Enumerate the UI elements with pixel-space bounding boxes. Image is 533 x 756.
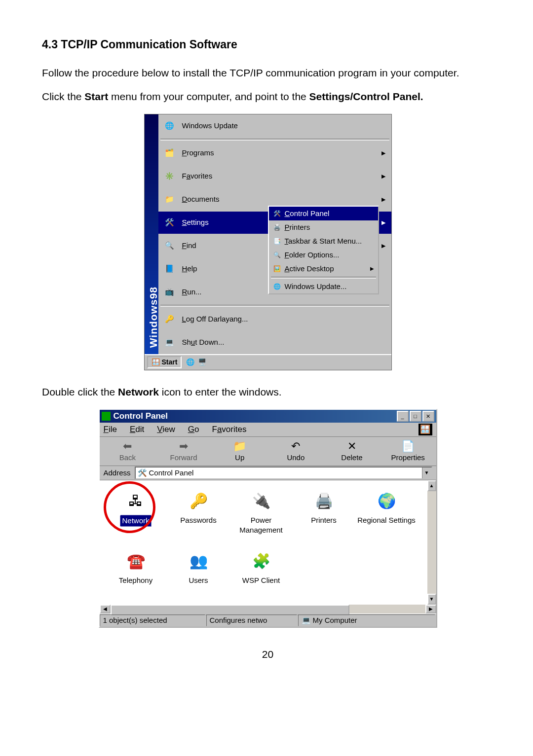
submenu-active-desktop[interactable]: 🖼️ Active Desktop ▶ — [269, 262, 378, 276]
undo-button[interactable]: ↶Undo — [268, 437, 324, 466]
close-button[interactable]: ✕ — [422, 411, 434, 422]
control-panel-window: Control Panel _ □ ✕ File Edit View Go Fa… — [99, 409, 437, 628]
status-location: 💻 My Computer — [298, 614, 435, 626]
globe-icon: 🌐 — [273, 282, 282, 291]
chevron-right-icon: ▶ — [381, 219, 385, 226]
menubar: File Edit View Go Favorites 🪟 — [100, 423, 436, 437]
scroll-thumb[interactable] — [111, 605, 349, 615]
delete-button[interactable]: ✕Delete — [324, 437, 380, 466]
users-applet[interactable]: 👥 Users — [167, 545, 230, 605]
maximize-button[interactable]: □ — [410, 411, 421, 422]
telephony-applet[interactable]: ☎️ Telephony — [105, 545, 167, 605]
start-menu-screenshot: Windows98 🌐 Windows Update 🗂️ Programs ▶ — [144, 114, 392, 370]
scrollbar-horizontal[interactable]: ◀ ▶ — [100, 605, 436, 613]
status-description: Configures netwo — [206, 614, 297, 626]
forward-icon: ➡ — [179, 440, 188, 453]
regional-applet[interactable]: 🌍 Regional Settings — [355, 485, 418, 545]
minimize-button[interactable]: _ — [397, 411, 409, 422]
programs-icon: 🗂️ — [163, 146, 176, 159]
menu-edit[interactable]: Edit — [130, 424, 144, 435]
back-icon: ⬅ — [123, 440, 132, 453]
passwords-applet[interactable]: 🔑 Passwords — [167, 485, 230, 545]
address-input[interactable]: 🛠️ Control Panel ▼ — [135, 467, 432, 479]
settings-submenu: 🛠️ Control Panel 🖨️ Printers 📑 Taskbar &… — [268, 206, 379, 294]
network-icon: 🖧 — [126, 491, 146, 511]
start-menu-sidebar: Windows98 — [145, 114, 158, 354]
address-label: Address — [104, 468, 131, 478]
menu-shutdown[interactable]: 💻 Shut Down... — [158, 331, 391, 354]
chevron-right-icon: ▶ — [381, 173, 385, 180]
phone-icon: ☎️ — [126, 551, 146, 571]
scroll-down-button[interactable]: ▼ — [427, 594, 436, 605]
controlpanel-icon: 🛠️ — [138, 468, 147, 478]
scroll-left-button[interactable]: ◀ — [100, 605, 111, 613]
forward-button[interactable]: ➡Forward — [155, 437, 212, 466]
submenu-folder-options[interactable]: 🔍 Folder Options... — [269, 248, 378, 262]
paragraph-3: Double click the Network icon to enter t… — [42, 385, 494, 399]
windows-logo-icon: 🪟 — [419, 424, 432, 435]
desktop-icon[interactable]: 🖥️ — [197, 358, 206, 367]
icon-area: 🖧 Network 🔑 Passwords 🔌 Power Management… — [100, 480, 436, 605]
start-button[interactable]: 🪟 Start — [147, 356, 182, 368]
up-icon: 📁 — [233, 440, 246, 453]
dropdown-button[interactable]: ▼ — [422, 468, 431, 478]
properties-icon: 📄 — [401, 440, 415, 453]
star-icon: ✳️ — [163, 170, 176, 182]
folder-options-icon: 🔍 — [273, 251, 282, 259]
menu-windows-update[interactable]: 🌐 Windows Update — [158, 114, 391, 138]
menu-favorites[interactable]: Favorites — [212, 424, 246, 435]
computer-icon: 💻 — [302, 615, 311, 625]
undo-icon: ↶ — [291, 440, 300, 453]
key-icon: 🔑 — [189, 491, 208, 511]
printer-icon: 🖨️ — [314, 491, 334, 511]
logoff-icon: 🔑 — [163, 313, 176, 325]
scroll-right-button[interactable]: ▶ — [425, 605, 436, 613]
back-button[interactable]: ⬅Back — [100, 437, 156, 466]
active-desktop-icon: 🖼️ — [273, 264, 282, 273]
toolbar: ⬅Back ➡Forward 📁Up ↶Undo ✕Delete 📄Proper… — [100, 437, 436, 466]
wsp-icon: 🧩 — [251, 551, 271, 571]
submenu-windows-update[interactable]: 🌐 Windows Update... — [269, 280, 378, 293]
intro-paragraph-2: Click the Start menu from your computer,… — [42, 90, 494, 104]
globe-icon: 🌐 — [163, 119, 176, 132]
printers-applet[interactable]: 🖨️ Printers — [293, 485, 355, 545]
settings-icon: 🛠️ — [163, 216, 176, 229]
menu-view[interactable]: View — [157, 424, 175, 435]
delete-icon: ✕ — [347, 440, 356, 453]
scrollbar-vertical[interactable]: ▲ ▼ — [427, 480, 436, 605]
controlpanel-icon — [102, 412, 111, 421]
network-applet[interactable]: 🖧 Network — [105, 485, 167, 545]
menu-file[interactable]: File — [104, 424, 117, 435]
power-icon: 🔌 — [251, 491, 271, 511]
submenu-printers[interactable]: 🖨️ Printers — [269, 220, 378, 234]
search-icon: 🔍 — [163, 239, 176, 252]
status-selection: 1 object(s) selected — [100, 614, 205, 626]
chevron-right-icon: ▶ — [381, 242, 385, 250]
submenu-control-panel[interactable]: 🛠️ Control Panel — [269, 207, 378, 220]
page-number: 20 — [42, 648, 494, 661]
wsp-applet[interactable]: 🧩 WSP Client — [230, 545, 293, 605]
chevron-right-icon: ▶ — [381, 149, 385, 157]
taskbar: 🪟 Start 🌐 🖥️ — [145, 354, 391, 370]
help-icon: 📘 — [163, 262, 176, 275]
up-button[interactable]: 📁Up — [212, 437, 268, 466]
run-icon: 📺 — [163, 286, 176, 298]
globe-icon: 🌍 — [377, 491, 396, 511]
menu-logoff[interactable]: 🔑 Log Off Darlayang... — [158, 308, 391, 331]
windows-icon: 🪟 — [152, 358, 160, 367]
users-icon: 👥 — [189, 551, 208, 571]
folder-icon: 📁 — [163, 193, 176, 206]
intro-paragraph-1: Follow the procedure below to install th… — [42, 66, 494, 80]
submenu-taskbar[interactable]: 📑 Taskbar & Start Menu... — [269, 234, 378, 248]
scroll-up-button[interactable]: ▲ — [427, 480, 436, 491]
titlebar: Control Panel _ □ ✕ — [100, 410, 436, 423]
taskbar-icon: 📑 — [273, 237, 282, 246]
menu-programs[interactable]: 🗂️ Programs ▶ — [158, 142, 391, 165]
ie-icon[interactable]: 🌐 — [186, 358, 194, 367]
menu-favorites[interactable]: ✳️ Favorites ▶ — [158, 165, 391, 188]
status-bar: 1 object(s) selected Configures netwo 💻 … — [100, 613, 436, 627]
shutdown-icon: 💻 — [163, 336, 176, 349]
power-applet[interactable]: 🔌 Power Management — [230, 485, 293, 545]
menu-go[interactable]: Go — [188, 424, 199, 435]
properties-button[interactable]: 📄Properties — [380, 437, 436, 466]
